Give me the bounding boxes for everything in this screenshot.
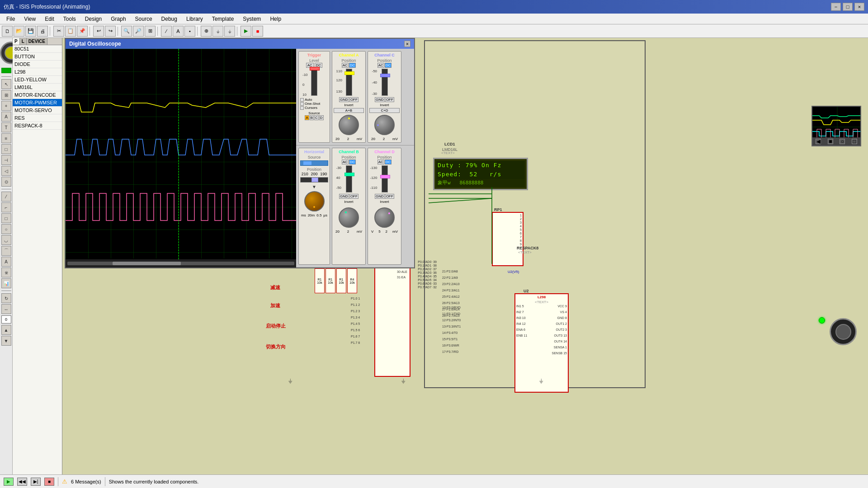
lt-label[interactable]: A bbox=[1, 112, 11, 122]
step-button[interactable]: ▶| bbox=[31, 478, 41, 486]
tb-paste[interactable]: 📌 bbox=[77, 26, 88, 37]
menu-tools[interactable]: Tools bbox=[59, 14, 80, 24]
chD-gnd[interactable]: GND bbox=[375, 194, 385, 199]
osc-close[interactable]: × bbox=[404, 41, 410, 47]
stop-button[interactable]: ■ bbox=[44, 478, 54, 486]
trigger-src-c[interactable]: C bbox=[314, 115, 319, 120]
chA-invert[interactable]: Invert bbox=[334, 103, 364, 107]
lt-terminal[interactable]: ⊣ bbox=[1, 155, 11, 165]
comp-motor-servo[interactable]: MOTOR-SERVO bbox=[13, 107, 62, 114]
lt-rotate[interactable]: ↻ bbox=[1, 293, 11, 303]
tb-stop[interactable]: ■ bbox=[252, 26, 263, 37]
menu-template[interactable]: Template bbox=[208, 14, 239, 24]
comp-motor-pwmser[interactable]: MOTOR-PWMSER bbox=[13, 99, 62, 107]
tb-component[interactable]: ⊕ bbox=[201, 26, 212, 37]
trigger-oneshot-cb[interactable] bbox=[300, 102, 304, 106]
trigger-auto-cb[interactable] bbox=[300, 98, 304, 102]
lt-graph[interactable]: 📊 bbox=[1, 278, 11, 288]
panel-tab-l[interactable]: L bbox=[20, 38, 27, 45]
chD-knob[interactable] bbox=[374, 207, 395, 228]
lt-busentry[interactable]: ⌐ bbox=[1, 202, 11, 212]
chC-off[interactable]: OFF bbox=[385, 97, 394, 102]
lt-down[interactable]: ▼ bbox=[1, 336, 11, 346]
osc-scrollbar[interactable] bbox=[66, 259, 296, 267]
comp-diode[interactable]: DIODE bbox=[13, 61, 62, 68]
chB-slider-thumb[interactable] bbox=[344, 173, 354, 176]
chB-invert[interactable]: Invert bbox=[334, 200, 364, 204]
chC-slider-thumb[interactable] bbox=[380, 74, 390, 77]
trigger-src-a[interactable]: A bbox=[305, 115, 309, 120]
maximize-button[interactable]: □ bbox=[843, 3, 853, 11]
chC-gnd[interactable]: GND bbox=[375, 97, 385, 102]
lt-port[interactable]: ◁ bbox=[1, 166, 11, 176]
tb-open[interactable]: 📂 bbox=[14, 26, 24, 37]
lt-up[interactable]: ▲ bbox=[1, 325, 11, 335]
chA-dc[interactable]: DC bbox=[349, 63, 356, 68]
osc-scroll-track[interactable] bbox=[67, 262, 294, 265]
chD-ac[interactable]: AC bbox=[377, 160, 384, 164]
menu-graph[interactable]: Graph bbox=[106, 14, 130, 24]
tb-redo[interactable]: ↪ bbox=[105, 26, 116, 37]
comp-button[interactable]: BUTTON bbox=[13, 53, 62, 61]
chB-ac[interactable]: AC bbox=[342, 160, 349, 164]
chC-dc[interactable]: DC bbox=[385, 63, 392, 68]
lt-polyline[interactable]: ⌒ bbox=[1, 246, 11, 256]
comp-res[interactable]: RES bbox=[13, 114, 62, 122]
tb-new[interactable]: 🗋 bbox=[2, 26, 13, 37]
chB-slider[interactable]: -30 40 -50 bbox=[346, 165, 352, 192]
comp-lm016l[interactable]: LM016L bbox=[13, 84, 62, 91]
osc-scroll-thumb[interactable] bbox=[113, 262, 181, 265]
mini-osc-btn2[interactable]: ■ bbox=[828, 139, 833, 144]
tb-junction[interactable]: • bbox=[184, 26, 195, 37]
lt-subcircuit[interactable]: □ bbox=[1, 144, 11, 154]
horiz-knob[interactable] bbox=[304, 191, 325, 211]
chD-dc[interactable]: DC bbox=[385, 160, 392, 164]
close-button[interactable]: × bbox=[854, 3, 864, 11]
panel-tab-device[interactable]: DEVICE bbox=[27, 38, 47, 45]
menu-source[interactable]: Source bbox=[131, 14, 157, 24]
tb-ground[interactable]: ⏚ bbox=[224, 26, 235, 37]
comp-led-yellow[interactable]: LED-YELLOW bbox=[13, 76, 62, 84]
lt-text2[interactable]: A bbox=[1, 257, 11, 267]
lt-bus[interactable]: ≡ bbox=[1, 133, 11, 143]
tb-copy[interactable]: 📋 bbox=[65, 26, 76, 37]
trigger-cursors-cb[interactable] bbox=[300, 106, 304, 110]
chA-gnd[interactable]: GND bbox=[339, 97, 349, 102]
tb-wire[interactable]: ∕ bbox=[161, 26, 172, 37]
comp-motor-encode[interactable]: MOTOR-ENCODE bbox=[13, 91, 62, 99]
chD-off[interactable]: OFF bbox=[385, 194, 394, 199]
chB-dc[interactable]: DC bbox=[349, 160, 356, 164]
lt-symbol[interactable]: ※ bbox=[1, 267, 11, 277]
menu-system[interactable]: System bbox=[238, 14, 265, 24]
tb-zoom-all[interactable]: ⊞ bbox=[145, 26, 156, 37]
lt-circle[interactable]: ○ bbox=[1, 224, 11, 234]
menu-view[interactable]: View bbox=[19, 14, 40, 24]
chB-gnd[interactable]: GND bbox=[339, 194, 349, 199]
trigger-src-d[interactable]: D bbox=[319, 115, 324, 120]
comp-respack-8[interactable]: RESPACK-8 bbox=[13, 122, 62, 130]
tb-power[interactable]: ⏚ bbox=[212, 26, 223, 37]
mini-osc-btn4[interactable]: □ bbox=[852, 139, 857, 144]
tb-save[interactable]: 💾 bbox=[25, 26, 36, 37]
tb-cut[interactable]: ✂ bbox=[53, 26, 64, 37]
menu-file[interactable]: File bbox=[2, 14, 19, 24]
chD-invert[interactable]: Invert bbox=[369, 200, 400, 204]
comp-80c51[interactable]: 80C51 bbox=[13, 45, 62, 53]
menu-design[interactable]: Design bbox=[80, 14, 106, 24]
lt-mirror[interactable]: ↔ bbox=[1, 304, 11, 314]
horiz-pos-thumb[interactable] bbox=[311, 178, 318, 182]
lt-junction[interactable]: + bbox=[1, 101, 11, 111]
chB-off[interactable]: OFF bbox=[349, 194, 359, 199]
mini-osc-btn3[interactable]: ○ bbox=[840, 139, 845, 144]
chC-invert[interactable]: Invert bbox=[369, 103, 400, 107]
chA-ac[interactable]: AC bbox=[342, 63, 349, 68]
comp-l298[interactable]: L298 bbox=[13, 68, 62, 76]
lt-arc[interactable]: ◡ bbox=[1, 235, 11, 245]
chC-ac[interactable]: AC bbox=[377, 63, 384, 68]
menu-help[interactable]: Help bbox=[265, 14, 286, 24]
horiz-pos-slider[interactable] bbox=[300, 177, 328, 183]
menu-debug[interactable]: Debug bbox=[157, 14, 182, 24]
tb-undo[interactable]: ↩ bbox=[93, 26, 104, 37]
menu-edit[interactable]: Edit bbox=[40, 14, 59, 24]
trigger-src-b[interactable]: B bbox=[310, 115, 314, 120]
